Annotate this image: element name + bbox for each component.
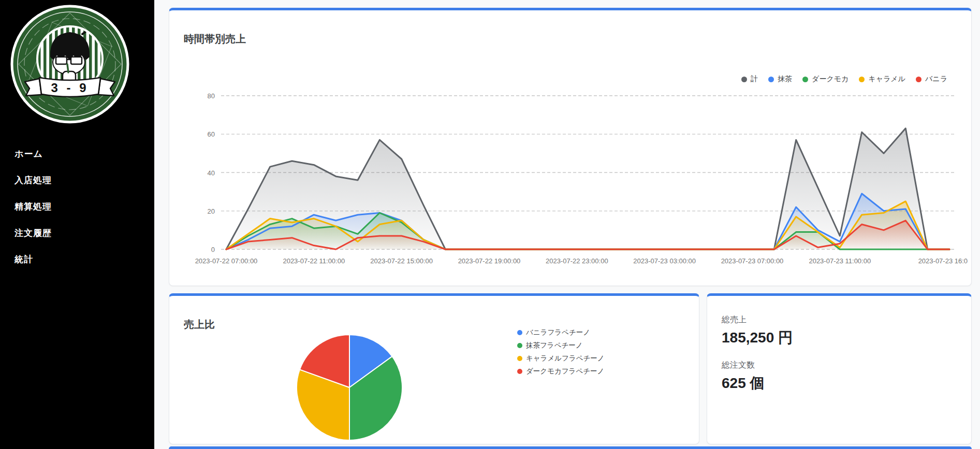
total-orders-label: 総注文数 — [722, 360, 755, 371]
pie-chart-legend: バニラフラペチーノ抹茶フラペチーノキャラメルフラペチーノダークモカフラペチーノ — [517, 328, 605, 376]
logo-text: 3 - 9 — [51, 81, 89, 95]
sidebar-nav: ホーム入店処理精算処理注文履歴統計 — [0, 141, 154, 273]
sidebar-item-1[interactable]: 入店処理 — [0, 167, 154, 193]
legend-color-dot — [517, 343, 522, 348]
legend-color-dot — [517, 356, 522, 361]
svg-text:60: 60 — [208, 130, 215, 138]
main-content: 時間帯別売上 計抹茶ダークモカキャラメルバニラ 0204060802023-07… — [154, 0, 980, 449]
legend-label: ダークモカフラペチーノ — [526, 367, 604, 376]
sales-ratio-card: 売上比 バニラフラペチーノ抹茶フラペチーノキャラメルフラペチーノダークモカフラペ… — [169, 293, 699, 444]
sidebar-item-4[interactable]: 統計 — [0, 246, 154, 273]
pie-legend-item: バニラフラペチーノ — [517, 328, 605, 337]
svg-text:20: 20 — [208, 207, 215, 215]
legend-label: 抹茶フラペチーノ — [526, 341, 583, 350]
logo-banner: 3 - 9 — [25, 78, 115, 97]
sidebar: 3 - 9 ホーム入店処理精算処理注文履歴統計 — [0, 0, 154, 449]
sidebar-item-0[interactable]: ホーム — [0, 141, 154, 167]
sidebar-item-3[interactable]: 注文履歴 — [0, 220, 154, 246]
svg-text:2023-07-23 16:00:00: 2023-07-23 16:00:00 — [918, 257, 968, 265]
totals-card: 総売上 185,250 円 総注文数 625 個 — [707, 293, 972, 444]
svg-text:2023-07-23 11:00:00: 2023-07-23 11:00:00 — [809, 257, 871, 265]
svg-text:2023-07-23 07:00:00: 2023-07-23 07:00:00 — [721, 257, 784, 265]
hourly-sales-title: 時間帯別売上 — [184, 32, 246, 46]
app-root: 3 - 9 ホーム入店処理精算処理注文履歴統計 時間帯別売上 計抹茶ダークモカキ… — [0, 0, 980, 449]
shop-logo[interactable]: 3 - 9 — [9, 3, 131, 125]
pie-legend-item: 抹茶フラペチーノ — [517, 341, 605, 350]
legend-color-dot — [517, 369, 522, 374]
hourly-sales-line-chart: 0204060802023-07-22 07:00:002023-07-22 1… — [174, 78, 968, 285]
svg-text:0: 0 — [211, 246, 215, 253]
svg-text:2023-07-22 23:00:00: 2023-07-22 23:00:00 — [546, 257, 608, 265]
next-card-top-border — [169, 446, 972, 449]
pie-legend-item: ダークモカフラペチーノ — [517, 367, 605, 376]
svg-text:2023-07-23 03:00:00: 2023-07-23 03:00:00 — [633, 257, 696, 265]
pie-legend-item: キャラメルフラペチーノ — [517, 354, 605, 363]
svg-text:40: 40 — [208, 169, 215, 177]
shop-logo-badge: 3 - 9 — [9, 3, 131, 125]
legend-label: バニラフラペチーノ — [526, 328, 590, 337]
svg-text:2023-07-22 15:00:00: 2023-07-22 15:00:00 — [370, 257, 433, 265]
svg-text:2023-07-22 11:00:00: 2023-07-22 11:00:00 — [283, 257, 345, 265]
legend-color-dot — [517, 330, 522, 335]
sidebar-item-2[interactable]: 精算処理 — [0, 193, 154, 220]
sales-ratio-pie-chart — [169, 296, 699, 444]
legend-label: キャラメルフラペチーノ — [526, 354, 605, 363]
total-sales-label: 総売上 — [722, 315, 747, 325]
svg-text:2023-07-22 19:00:00: 2023-07-22 19:00:00 — [458, 257, 521, 265]
svg-text:80: 80 — [208, 92, 215, 100]
total-sales-value: 185,250 円 — [722, 328, 793, 348]
total-orders-value: 625 個 — [722, 373, 765, 393]
svg-text:2023-07-22 07:00:00: 2023-07-22 07:00:00 — [195, 257, 258, 265]
hourly-sales-card: 時間帯別売上 計抹茶ダークモカキャラメルバニラ 0204060802023-07… — [169, 8, 972, 286]
